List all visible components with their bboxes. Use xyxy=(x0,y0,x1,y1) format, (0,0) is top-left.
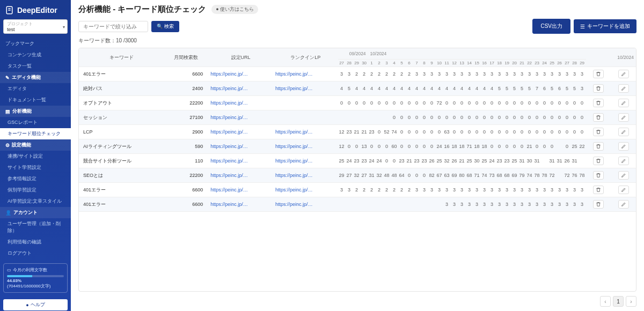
cell-rank: 2 xyxy=(383,67,391,82)
cell-ranklp[interactable] xyxy=(273,96,338,110)
search-input[interactable] xyxy=(78,21,148,32)
cell-rank: 6 xyxy=(541,82,548,96)
search-button[interactable]: 🔍 検索 xyxy=(151,21,179,32)
howto-badge[interactable]: ● 使い方はこちら xyxy=(211,5,258,14)
delete-icon[interactable] xyxy=(593,171,604,180)
nav-item-17[interactable]: 利用情報の確認 xyxy=(0,236,71,248)
cell-url[interactable]: https://peinc.jp/… xyxy=(208,154,273,168)
nav-item-9[interactable]: ⚙設定機能 xyxy=(0,139,71,151)
csv-export-button[interactable]: CSV出力 xyxy=(532,19,570,34)
cell-url[interactable]: https://peinc.jp/… xyxy=(208,82,273,96)
help-icon: ● xyxy=(26,302,28,308)
cell-ranklp[interactable] xyxy=(273,110,338,125)
pager-prev[interactable]: ‹ xyxy=(600,296,611,307)
nav-item-2[interactable]: タスク一覧 xyxy=(0,61,71,72)
cell-url[interactable]: https://peinc.jp/… xyxy=(208,168,273,183)
cell-url[interactable]: https://peinc.jp/… xyxy=(208,125,273,139)
usage-detail: (704491/1600000文字) xyxy=(7,283,64,289)
edit-icon[interactable] xyxy=(618,113,629,122)
cell-rank: 0 xyxy=(428,125,436,139)
cell-rank xyxy=(383,197,391,212)
nav-item-5[interactable]: ドキュメント一覧 xyxy=(0,94,71,106)
cell-url[interactable]: https://peinc.jp/… xyxy=(208,183,273,197)
nav-item-16[interactable]: ユーザー管理（追加・削除） xyxy=(0,218,71,236)
delete-icon[interactable] xyxy=(593,84,604,93)
cell-url[interactable]: https://peinc.jp/… xyxy=(208,67,273,82)
cell-rank: 3 xyxy=(503,197,511,212)
cell-ranklp[interactable]: https://peinc.jp/… xyxy=(273,168,338,183)
nav-item-3[interactable]: ✎エディタ機能 xyxy=(0,72,71,83)
day-head-22: 19 xyxy=(503,60,511,67)
cell-rank: 0 xyxy=(436,125,443,139)
delete-icon[interactable] xyxy=(593,186,604,194)
day-head-25: 22 xyxy=(526,60,533,67)
add-keyword-button[interactable]: ☰ キーワードを追加 xyxy=(574,19,636,33)
cell-rank: 4 xyxy=(473,82,481,96)
cell-url[interactable]: https://peinc.jp/… xyxy=(208,139,273,154)
cell-rank: 3 xyxy=(503,67,511,82)
cell-volume: 2900 xyxy=(164,125,208,139)
cell-rank: 0 xyxy=(353,96,361,110)
edit-icon[interactable] xyxy=(618,186,629,194)
cell-ranklp[interactable]: https://peinc.jp/… xyxy=(273,82,338,96)
cell-ranklp[interactable]: https://peinc.jp/… xyxy=(273,139,338,154)
cell-rank: 3 xyxy=(473,197,481,212)
cell-ranklp[interactable]: https://peinc.jp/… xyxy=(273,183,338,197)
edit-icon[interactable] xyxy=(618,99,629,107)
nav-item-1[interactable]: コンテンツ生成 xyxy=(0,49,71,61)
cell-url[interactable]: https://peinc.jp/… xyxy=(208,110,273,125)
delete-icon[interactable] xyxy=(593,200,604,209)
cell-rank: 3 xyxy=(548,67,556,82)
edit-icon[interactable] xyxy=(618,84,629,93)
cell-ranklp[interactable]: https://peinc.jp/… xyxy=(273,125,338,139)
edit-icon[interactable] xyxy=(618,157,629,165)
edit-icon[interactable] xyxy=(618,142,629,151)
nav-item-18[interactable]: ログアウト xyxy=(0,248,71,259)
nav-item-7[interactable]: GSCレポート xyxy=(0,117,71,128)
nav-item-11[interactable]: サイト学習設定 xyxy=(0,162,71,173)
delete-icon[interactable] xyxy=(593,70,604,78)
nav-item-13[interactable]: 個別学習設定 xyxy=(0,184,71,196)
pager-page[interactable]: 1 xyxy=(613,296,624,307)
cell-ranklp[interactable]: https://peinc.jp/… xyxy=(273,154,338,168)
nav-item-0[interactable]: ブックマーク xyxy=(0,38,71,49)
help-button[interactable]: ● ヘルプ xyxy=(3,299,68,310)
delete-icon[interactable] xyxy=(593,157,604,165)
cell-rank: 5 xyxy=(518,82,526,96)
cell-rank: 0 xyxy=(436,110,443,125)
edit-icon[interactable] xyxy=(618,171,629,180)
cell-rank: 0 xyxy=(391,154,398,168)
project-select[interactable]: プロジェクト test ▾ xyxy=(3,19,68,34)
cell-url[interactable]: https://peinc.jp/… xyxy=(208,197,273,212)
day-head-10: 7 xyxy=(413,60,421,67)
cell-rank: 3 xyxy=(579,82,586,96)
rank-table-wrap: キーワード月間検索数設定URLランクインLP09/202410/202410/2… xyxy=(78,48,636,292)
nav-item-6[interactable]: ▤分析機能 xyxy=(0,106,71,117)
nav-item-15[interactable]: 👤アカウント xyxy=(0,207,71,218)
nav-item-10[interactable]: 連携/サイト設定 xyxy=(0,151,71,162)
delete-icon[interactable] xyxy=(593,128,604,136)
edit-icon[interactable] xyxy=(618,70,629,78)
cell-ranklp[interactable]: https://peinc.jp/… xyxy=(273,67,338,82)
cell-rank: 3 xyxy=(413,183,421,197)
cell-rank: 21 xyxy=(526,139,533,154)
day-head-3: 30 xyxy=(361,60,368,67)
nav-item-4[interactable]: エディタ xyxy=(0,83,71,94)
edit-icon: ✎ xyxy=(5,75,10,80)
cell-url[interactable]: https://peinc.jp/… xyxy=(208,96,273,110)
cell-rank: 0 xyxy=(541,139,548,154)
cell-ranklp[interactable]: https://peinc.jp/… xyxy=(273,197,338,212)
nav-item-12[interactable]: 参考情報設定 xyxy=(0,173,71,184)
cell-rank: 0 xyxy=(376,125,383,139)
pager-next[interactable]: › xyxy=(626,296,636,307)
edit-icon[interactable] xyxy=(618,200,629,209)
cell-rank: 0 xyxy=(391,110,398,125)
cell-rank: 3 xyxy=(421,67,428,82)
cell-keyword: 401エラー xyxy=(79,197,164,212)
edit-icon[interactable] xyxy=(618,128,629,136)
delete-icon[interactable] xyxy=(593,113,604,122)
delete-icon[interactable] xyxy=(593,99,604,107)
delete-icon[interactable] xyxy=(593,142,604,151)
nav-item-8[interactable]: キーワード順位チェック xyxy=(0,128,71,139)
nav-item-14[interactable]: AI学習設定:文章スタイル xyxy=(0,196,71,207)
